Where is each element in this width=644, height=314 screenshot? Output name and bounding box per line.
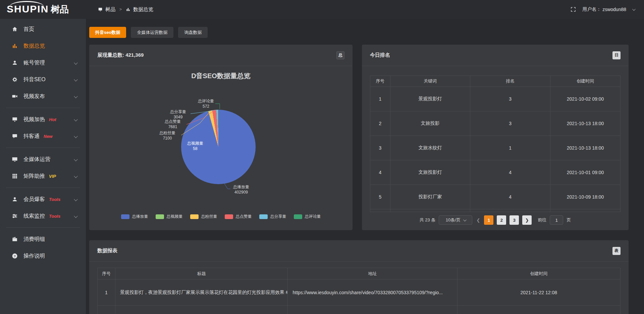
table-toggle-button[interactable]: 表 <box>612 247 621 255</box>
vip-badge: VIP <box>49 174 56 179</box>
sidebar-item-omnimedia[interactable]: 全媒体运营 <box>0 151 86 168</box>
bar-chart-icon <box>126 7 130 12</box>
fullscreen-icon[interactable] <box>570 6 576 12</box>
chevron-down-icon <box>74 174 77 178</box>
pie-label-fans: 总粉丝量7100 <box>155 130 180 141</box>
sidebar-item-spend-detail[interactable]: 消费明细 <box>0 231 86 248</box>
sidebar-divider <box>6 188 80 188</box>
chevron-down-icon <box>74 197 77 201</box>
goto-label: 前往 <box>538 217 546 223</box>
tab-omnimedia-data[interactable]: 全媒体运营数据 <box>131 27 173 38</box>
sidebar-divider <box>6 227 80 228</box>
legend-item-plays[interactable]: 总播放量 <box>121 214 148 219</box>
goto-page-input[interactable] <box>550 215 563 225</box>
sliders-icon <box>11 213 18 219</box>
chart-title: D音SEO数据量总览 <box>89 71 353 81</box>
today-ranking-card: 今日排名 日 序号 关键词 排名 创建时间 1景观投影灯32021-10-02 … <box>362 45 629 230</box>
username[interactable]: zswodun88 <box>602 7 626 12</box>
table-row: 4文旅投影灯42021-10-01 09:00 <box>370 160 621 185</box>
sidebar-item-label: 操作说明 <box>23 253 45 260</box>
data-tabs: 抖音seo数据 全媒体运营数据 询盘数据 <box>89 27 208 38</box>
legend-item-likes[interactable]: 总点赞量 <box>225 214 252 219</box>
user-menu-chevron-icon[interactable] <box>632 7 636 11</box>
sidebar-divider <box>6 148 80 148</box>
chat-bubble-icon <box>11 133 18 140</box>
ranking-title: 今日排名 <box>370 52 390 58</box>
sidebar-item-account[interactable]: 账号管理 <box>0 54 86 71</box>
sidebar-item-label: 消费明细 <box>23 236 45 243</box>
page-size-select[interactable]: 10条/页 <box>439 215 472 225</box>
legend-swatch <box>294 214 302 219</box>
bar-chart-icon <box>11 43 18 49</box>
sidebar-item-label: 矩阵助推 <box>23 173 45 180</box>
home-icon <box>11 26 18 33</box>
logo-text-cn: 树品 <box>51 3 69 15</box>
legend-item-comments[interactable]: 总评论量 <box>294 214 321 219</box>
pie-label-likes: 总点赞量7681 <box>161 119 184 129</box>
legend-item-fans[interactable]: 总粉丝量 <box>190 214 217 219</box>
sidebar-item-data-overview[interactable]: 数据总览 <box>0 38 86 54</box>
col-header-rank: 排名 <box>470 76 550 87</box>
col-header-index: 序号 <box>98 268 115 279</box>
page-button-3[interactable]: 3 <box>509 215 519 225</box>
tab-inquiry-data[interactable]: 询盘数据 <box>178 27 208 38</box>
report-title: 数据报表 <box>97 248 117 254</box>
main-content: 抖音seo数据 全媒体运营数据 询盘数据 展现量总数: 421,369 总 D音… <box>86 19 644 314</box>
pie-chart-area: D音SEO数据量总览 总评论量572 总分享量3049 总点赞量7681 总粉丝… <box>89 66 353 230</box>
sidebar-item-matrix-boost[interactable]: 矩阵助推 VIP <box>0 168 86 185</box>
sidebar-item-label: 线索监控 <box>23 213 45 220</box>
legend-item-videos[interactable]: 总视频量 <box>156 214 183 219</box>
sidebar-item-label: 全媒体运营 <box>23 156 50 163</box>
logo-text-en: SHUPIN <box>7 4 49 14</box>
breadcrumb-item-home[interactable]: 树品 <box>105 6 115 13</box>
table-row-partial <box>370 209 621 212</box>
sidebar: 首页 数据总览 账号管理 抖音SEO 视频发布 视频加热 Hot 抖客通 New… <box>0 19 86 314</box>
sidebar-item-lead-monitor[interactable]: 线索监控 Tools <box>0 208 86 224</box>
chevron-down-icon <box>74 77 77 81</box>
sidebar-item-label: 抖音SEO <box>23 76 46 83</box>
video-url-link[interactable]: https://www.iesdouyin.com/share/video/70… <box>288 279 457 306</box>
chevron-down-icon <box>74 94 77 98</box>
tab-douyin-seo-data[interactable]: 抖音seo数据 <box>89 27 126 38</box>
page-button-2[interactable]: 2 <box>497 215 506 225</box>
day-toggle-button[interactable]: 日 <box>612 51 621 59</box>
svg-text:?: ? <box>14 254 16 258</box>
pie-label-videos: 总视频量58 <box>185 141 205 151</box>
hot-badge: Hot <box>49 117 56 122</box>
table-row-partial <box>98 306 621 314</box>
seo-chart-card: 展现量总数: 421,369 总 D音SEO数据量总览 总评论量572 总分享量… <box>89 45 353 230</box>
screen-icon <box>11 116 18 123</box>
chevron-down-icon <box>463 218 467 221</box>
col-header-index: 序号 <box>370 76 390 87</box>
page-button-1[interactable]: 1 <box>484 215 493 225</box>
sidebar-item-help[interactable]: ? 操作说明 <box>0 248 86 264</box>
sidebar-divider <box>6 108 80 108</box>
username-label: 用户名： <box>582 6 601 12</box>
pie-label-comments: 总评论量572 <box>196 98 216 109</box>
data-report-card: 数据报表 表 序号 标题 地址 创建时间 1 景观投影灯，夜游景观投影灯厂家展示… <box>89 240 629 314</box>
new-badge: New <box>44 134 53 139</box>
breadcrumb-item-current: 数据总览 <box>133 6 153 13</box>
legend-swatch <box>225 214 233 219</box>
pie-label-plays: 总播放量402909 <box>230 184 252 195</box>
sidebar-item-label: 数据总览 <box>23 43 45 50</box>
pagination-total: 共 23 条 <box>420 217 436 223</box>
breadcrumb: 树品 > 数据总览 <box>98 6 153 13</box>
tools-badge: Tools <box>49 214 60 219</box>
chevron-down-icon <box>74 214 77 218</box>
sidebar-item-member-burst[interactable]: 会员爆客 Tools <box>0 191 86 208</box>
legend-item-shares[interactable]: 总分享量 <box>259 214 286 219</box>
sidebar-item-label: 账号管理 <box>23 59 45 66</box>
gear-icon <box>11 76 18 83</box>
sidebar-item-douyin-seo[interactable]: 抖音SEO <box>0 71 86 88</box>
prev-page-button[interactable]: ❮ <box>476 218 481 223</box>
total-toggle-button[interactable]: 总 <box>336 51 344 59</box>
sidebar-item-home[interactable]: 首页 <box>0 21 86 38</box>
sidebar-item-video-publish[interactable]: 视频发布 <box>0 88 86 105</box>
sidebar-item-video-heat[interactable]: 视频加热 Hot <box>0 111 86 128</box>
next-page-button[interactable]: ❯ <box>522 215 532 225</box>
monitor-icon <box>11 156 18 163</box>
sidebar-item-douketong[interactable]: 抖客通 New <box>0 128 86 145</box>
impressions-total-label: 展现量总数: 421,369 <box>97 52 144 58</box>
tools-badge: Tools <box>49 197 60 202</box>
